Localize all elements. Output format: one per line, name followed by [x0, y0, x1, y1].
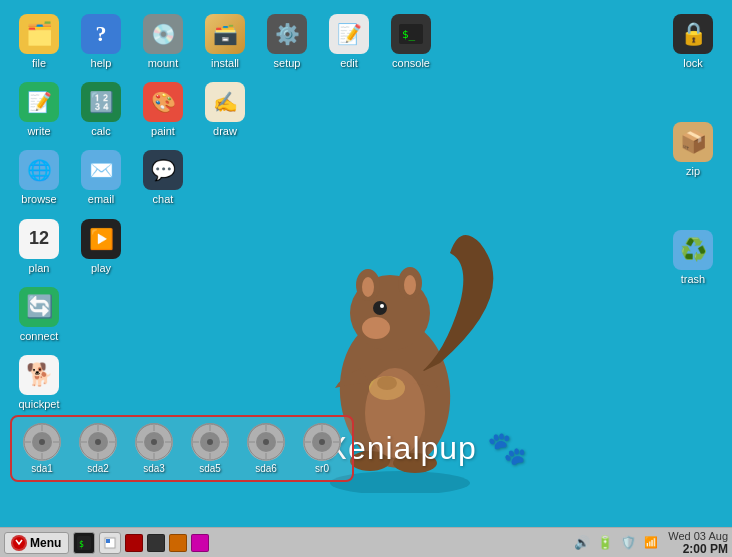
svg-point-10	[380, 304, 384, 308]
desktop-icons-right: 🔒 lock 📦 zip ♻️ trash	[664, 10, 722, 291]
svg-point-25	[144, 432, 164, 452]
icon-help[interactable]: ? help	[72, 10, 130, 74]
drive-sr0[interactable]: sr0	[296, 421, 348, 476]
menu-icon	[11, 535, 27, 551]
icon-draw[interactable]: ✍️ draw	[196, 78, 254, 142]
icon-row-3: 🌐 browse ✉️ email 💬 chat	[10, 146, 440, 210]
svg-point-35	[318, 438, 326, 446]
desktop: 🗂️ file ? help 💿 mount 🗃️ install ⚙️ set…	[0, 0, 732, 527]
svg-point-34	[312, 432, 332, 452]
icon-write[interactable]: 📝 write	[10, 78, 68, 142]
icon-console[interactable]: $_ console	[382, 10, 440, 74]
icon-chat[interactable]: 💬 chat	[134, 146, 192, 210]
icon-paint[interactable]: 🎨 paint	[134, 78, 192, 142]
icon-lock[interactable]: 🔒 lock	[664, 10, 722, 74]
svg-point-28	[200, 432, 220, 452]
svg-point-19	[32, 432, 52, 452]
icon-row-1: 🗂️ file ? help 💿 mount 🗃️ install ⚙️ set…	[10, 10, 440, 74]
tray-battery[interactable]: 🔋	[595, 533, 615, 553]
svg-point-9	[373, 301, 387, 315]
color-red[interactable]	[125, 534, 143, 552]
icon-install[interactable]: 🗃️ install	[196, 10, 254, 74]
drive-sda2[interactable]: sda2	[72, 421, 124, 476]
icon-zip[interactable]: 📦 zip	[664, 118, 722, 182]
tray-network[interactable]: 📶	[641, 533, 661, 553]
icon-file[interactable]: 🗂️ file	[10, 10, 68, 74]
icon-connect[interactable]: 🔄 connect	[10, 283, 68, 347]
drive-sda5[interactable]: sda5	[184, 421, 236, 476]
icon-calc[interactable]: 🔢 calc	[72, 78, 130, 142]
drive-sda3[interactable]: sda3	[128, 421, 180, 476]
color-pink[interactable]	[191, 534, 209, 552]
taskbar: Menu $ 🔊 🔋 🛡️ 📶 Wed 03 Aug 2:00 PM	[0, 527, 732, 557]
icon-setup[interactable]: ⚙️ setup	[258, 10, 316, 74]
icon-email[interactable]: ✉️ email	[72, 146, 130, 210]
icon-browse[interactable]: 🌐 browse	[10, 146, 68, 210]
svg-point-6	[362, 277, 374, 297]
systray: 🔊 🔋 🛡️ 📶 Wed 03 Aug 2:00 PM	[572, 530, 728, 556]
icon-play[interactable]: ▶️ play	[72, 215, 130, 279]
svg-point-8	[404, 275, 416, 295]
svg-point-22	[88, 432, 108, 452]
svg-point-23	[94, 438, 102, 446]
tray-shield[interactable]: 🛡️	[618, 533, 638, 553]
drive-sda6[interactable]: sda6	[240, 421, 292, 476]
svg-text:$_: $_	[402, 28, 416, 41]
svg-point-26	[150, 438, 158, 446]
svg-point-29	[206, 438, 214, 446]
datetime-display: Wed 03 Aug 2:00 PM	[668, 530, 728, 556]
tray-volume[interactable]: 🔊	[572, 533, 592, 553]
drive-sda1[interactable]: sda1	[16, 421, 68, 476]
icon-trash[interactable]: ♻️ trash	[664, 226, 722, 290]
icon-edit[interactable]: 📝 edit	[320, 10, 378, 74]
color-dark[interactable]	[147, 534, 165, 552]
xenialpup-label: Xenialpup 🐾	[326, 429, 528, 467]
svg-point-12	[362, 317, 390, 339]
svg-text:$: $	[79, 540, 84, 549]
menu-label: Menu	[30, 536, 61, 550]
taskbar-btn-1[interactable]: $	[73, 532, 95, 554]
icon-mount[interactable]: 💿 mount	[134, 10, 192, 74]
svg-point-31	[256, 432, 276, 452]
svg-rect-41	[106, 539, 110, 543]
color-orange[interactable]	[169, 534, 187, 552]
menu-button[interactable]: Menu	[4, 532, 69, 554]
icon-plan[interactable]: 12 plan	[10, 215, 68, 279]
drive-icons-container: sda1 sda2 sda3	[10, 415, 354, 482]
svg-point-32	[262, 438, 270, 446]
icon-row-2: 📝 write 🔢 calc 🎨 paint ✍️ draw	[10, 78, 440, 142]
taskbar-btn-2[interactable]	[99, 532, 121, 554]
icon-quickpet[interactable]: 🐕 quickpet	[10, 351, 68, 415]
svg-point-20	[38, 438, 46, 446]
